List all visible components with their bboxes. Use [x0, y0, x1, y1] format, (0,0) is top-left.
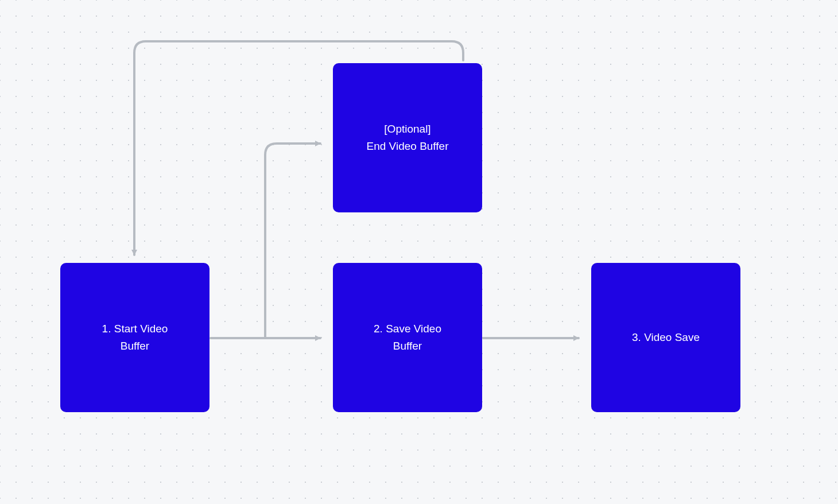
node-label: 2. Save Video Buffer	[374, 320, 441, 355]
node-label: 1. Start Video Buffer	[102, 320, 168, 355]
node-label-line1: 2. Save Video	[374, 323, 441, 335]
node-label-line2: Buffer	[121, 340, 149, 352]
node-label: [Optional] End Video Buffer	[367, 121, 449, 156]
node-label-line1: 1. Start Video	[102, 323, 168, 335]
node-label-line2: End Video Buffer	[367, 140, 449, 152]
node-save-video-buffer: 2. Save Video Buffer	[333, 263, 482, 412]
node-optional-end-video-buffer: [Optional] End Video Buffer	[333, 63, 482, 212]
node-label: 3. Video Save	[632, 329, 700, 346]
node-start-video-buffer: 1. Start Video Buffer	[60, 263, 210, 412]
arrow-branch-to-optional	[265, 144, 320, 338]
node-label-line2: Buffer	[393, 340, 422, 352]
node-label-line1: [Optional]	[384, 123, 430, 135]
node-video-save: 3. Video Save	[591, 263, 740, 412]
node-label-line1: 3. Video Save	[632, 331, 700, 343]
diagram-canvas: 1. Start Video Buffer [Optional] End Vid…	[0, 0, 838, 504]
